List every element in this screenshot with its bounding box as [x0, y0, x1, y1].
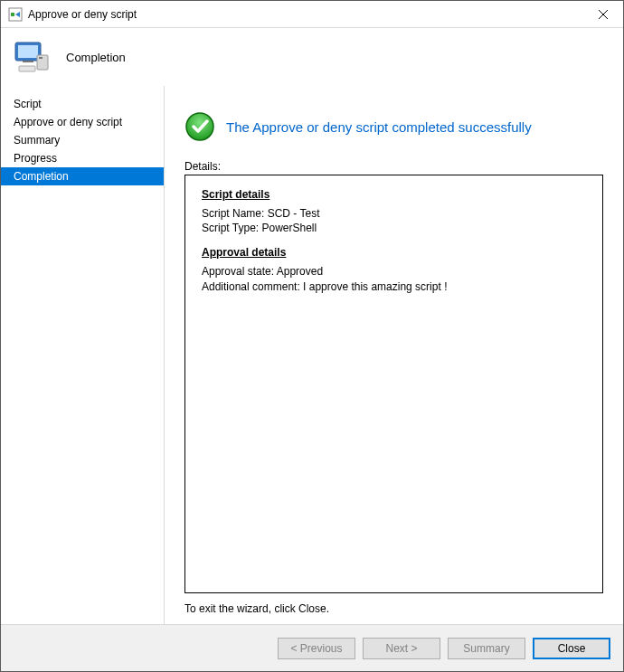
approval-state-line: Approval state: Approved — [202, 264, 586, 279]
script-details-heading: Script details — [202, 188, 586, 201]
wizard-header: Completion — [1, 28, 623, 86]
svg-rect-10 — [19, 66, 35, 71]
app-icon — [8, 7, 23, 22]
additional-comment-line: Additional comment: I approve this amazi… — [202, 279, 586, 294]
success-row: The Approve or deny script completed suc… — [184, 111, 603, 142]
wizard-body: Script Approve or deny script Summary Pr… — [1, 86, 623, 624]
svg-point-11 — [186, 113, 213, 140]
sidebar-item-approve-or-deny-script[interactable]: Approve or deny script — [1, 113, 164, 131]
wizard-main: The Approve or deny script completed suc… — [165, 86, 623, 624]
exit-hint: To exit the wizard, click Close. — [184, 602, 603, 615]
close-icon — [599, 10, 608, 19]
approval-details-heading: Approval details — [202, 246, 586, 259]
titlebar: Approve or deny script — [1, 1, 623, 28]
window-title: Approve or deny script — [28, 8, 582, 21]
sidebar-item-progress[interactable]: Progress — [1, 149, 164, 167]
script-type-line: Script Type: PowerShell — [202, 221, 586, 235]
svg-rect-1 — [11, 13, 14, 16]
svg-rect-6 — [18, 45, 38, 58]
success-check-icon — [184, 111, 215, 142]
next-button: Next > — [363, 638, 440, 659]
success-message: The Approve or deny script completed suc… — [226, 119, 532, 135]
svg-rect-9 — [39, 57, 43, 59]
summary-button: Summary — [448, 638, 525, 659]
svg-rect-7 — [23, 61, 33, 62]
close-button[interactable]: Close — [533, 638, 610, 659]
previous-button: < Previous — [278, 638, 355, 659]
window-close-button[interactable] — [582, 1, 623, 28]
svg-marker-2 — [15, 12, 20, 17]
wizard-sidebar: Script Approve or deny script Summary Pr… — [1, 86, 165, 624]
script-name-line: Script Name: SCD - Test — [202, 206, 586, 221]
sidebar-item-summary[interactable]: Summary — [1, 131, 164, 149]
details-box: Script details Script Name: SCD - Test S… — [184, 175, 603, 593]
computer-icon — [10, 35, 53, 79]
sidebar-item-script[interactable]: Script — [1, 95, 164, 113]
wizard-window: Approve or deny script Completion Scrip — [0, 0, 624, 672]
details-label: Details: — [184, 160, 603, 173]
sidebar-item-completion[interactable]: Completion — [1, 167, 164, 185]
wizard-page-title: Completion — [66, 51, 126, 64]
wizard-footer: < Previous Next > Summary Close — [1, 624, 623, 671]
